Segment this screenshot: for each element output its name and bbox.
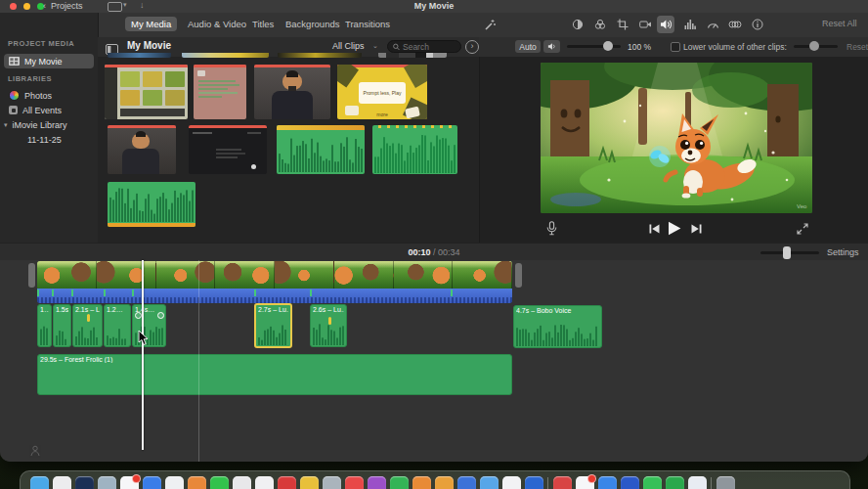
mute-speaker-button[interactable] xyxy=(543,40,560,53)
clip-trim-handle-right[interactable] xyxy=(515,263,522,288)
thumbnail-presenter-clip[interactable] xyxy=(254,65,330,119)
download-arrow-icon[interactable]: ↓ xyxy=(140,0,145,10)
tab-titles[interactable]: Titles xyxy=(246,17,280,31)
lower-volume-slider-knob[interactable] xyxy=(809,41,819,51)
thumbnail-screen-recording-grid[interactable] xyxy=(105,65,188,119)
video-audio-waveform-bar[interactable] xyxy=(37,289,512,303)
dock-app-icon-15[interactable] xyxy=(368,476,386,489)
previous-frame-button[interactable] xyxy=(649,224,660,234)
dock-app-icon-11[interactable] xyxy=(278,476,296,489)
dock-app-icon-7[interactable] xyxy=(188,476,206,489)
timeline-zoom-knob[interactable] xyxy=(783,246,791,259)
effects-icon[interactable] xyxy=(726,16,744,33)
dock-app-icon-0[interactable] xyxy=(30,476,49,489)
dock-app-icon-29[interactable] xyxy=(688,476,707,489)
audio-clip[interactable]: 2.1s – L… xyxy=(72,304,103,347)
thumbnail-document-clip[interactable] xyxy=(194,65,246,119)
thumbnail-audio-clip-yellow-top[interactable] xyxy=(277,125,365,174)
tab-audio-video[interactable]: Audio & Video xyxy=(182,17,252,31)
browser-forward-arrow-icon[interactable]: › xyxy=(465,40,479,54)
playhead[interactable] xyxy=(142,260,144,450)
sidebar-item-my-movie[interactable]: My Movie xyxy=(4,54,94,68)
thumbnail-partial[interactable] xyxy=(378,53,447,58)
video-clip-filmstrip[interactable] xyxy=(37,261,512,289)
audio-clip-bobo-voice[interactable]: 4.7s – Bobo Voice xyxy=(513,305,602,348)
dock-app-icon-18[interactable] xyxy=(435,476,454,489)
dock-app-icon-26[interactable] xyxy=(621,476,639,489)
audio-clip[interactable]: 1.5s… xyxy=(53,304,71,347)
thumbnail-partial[interactable] xyxy=(278,53,362,58)
dock-app-icon-5[interactable] xyxy=(143,476,161,489)
dock-app-icon-8[interactable] xyxy=(210,476,229,489)
color-correction-icon[interactable] xyxy=(591,16,609,33)
clip-filter-dropdown[interactable]: All Clips xyxy=(332,41,365,51)
dock-app-icon-16[interactable] xyxy=(390,476,409,489)
lower-volume-slider[interactable] xyxy=(794,45,838,48)
dock-app-icon-27[interactable] xyxy=(643,476,662,489)
thumbnail-yellow-graphic[interactable]: Prompt less, Play more xyxy=(337,65,427,119)
thumbnail-audio-clip-used[interactable] xyxy=(108,182,195,227)
enhance-wand-icon[interactable] xyxy=(481,16,499,33)
audio-clip-selected[interactable]: 2.7s – Lu… xyxy=(254,303,292,348)
dock-app-icon-3[interactable] xyxy=(98,476,116,489)
import-media-icon[interactable] xyxy=(108,2,122,12)
audio-clip[interactable]: 1.2… xyxy=(104,304,131,347)
dock-app-icon-14[interactable] xyxy=(345,476,364,489)
timeline-zoom-slider[interactable] xyxy=(760,251,819,254)
reset-all-button[interactable]: Reset All xyxy=(822,19,857,28)
fullscreen-expand-icon[interactable] xyxy=(797,223,808,235)
fade-handle[interactable] xyxy=(157,312,164,319)
close-window-button[interactable] xyxy=(10,3,17,10)
info-icon[interactable] xyxy=(749,16,766,33)
volume-slider-knob[interactable] xyxy=(603,41,613,51)
thumbnail-dark-screen-recording[interactable] xyxy=(189,125,267,174)
minimize-window-button[interactable] xyxy=(23,3,30,10)
reset-button[interactable]: Reset xyxy=(846,42,868,52)
play-button[interactable] xyxy=(668,221,681,236)
dock-app-icon-23[interactable] xyxy=(553,476,572,489)
auto-volume-button[interactable]: Auto xyxy=(515,40,541,53)
crop-icon[interactable] xyxy=(614,16,631,33)
dock-app-icon-6[interactable] xyxy=(165,476,184,489)
sidebar-item-photos[interactable]: Photos xyxy=(4,88,94,103)
dock-app-icon-10[interactable] xyxy=(255,476,274,489)
dock-app-icon-19[interactable] xyxy=(457,476,476,489)
sidebar-item-imovie-library[interactable]: ▾ iMovie Library xyxy=(4,117,94,132)
thumbnail-partial[interactable] xyxy=(108,53,171,58)
search-input[interactable] xyxy=(403,42,456,52)
chevron-down-icon[interactable]: ⌄ xyxy=(372,42,378,50)
dock-app-icon-24[interactable] xyxy=(576,476,594,489)
color-balance-icon[interactable] xyxy=(569,16,586,33)
record-voiceover-mic-icon[interactable] xyxy=(546,221,557,236)
audio-clip[interactable]: 2.6s – Lu… xyxy=(310,304,347,347)
projects-back-button[interactable]: Projects xyxy=(51,1,83,11)
volume-slider[interactable] xyxy=(567,45,621,48)
dock-app-icon-12[interactable] xyxy=(300,476,319,489)
tab-my-media[interactable]: My Media xyxy=(125,17,177,31)
search-field[interactable] xyxy=(387,40,461,53)
dock-app-icon-4[interactable] xyxy=(120,476,139,489)
dock-app-icon-1[interactable] xyxy=(53,476,71,489)
thumbnail-audio-clip-spikes[interactable] xyxy=(372,125,457,174)
speed-icon[interactable] xyxy=(704,16,721,33)
music-clip-forest-frolic[interactable]: 29.5s – Forest Frolic (1) xyxy=(37,354,512,395)
tab-backgrounds[interactable]: Backgrounds xyxy=(280,17,345,31)
volume-icon[interactable] xyxy=(657,16,674,33)
next-frame-button[interactable] xyxy=(691,224,702,234)
dock-app-icon-17[interactable] xyxy=(412,476,431,489)
dock-app-icon-9[interactable] xyxy=(233,476,251,489)
dock-app-icon-25[interactable] xyxy=(598,476,617,489)
sidebar-item-all-events[interactable]: All Events xyxy=(4,103,94,117)
dock-app-icon-30[interactable] xyxy=(716,476,735,489)
sidebar-item-event-11-11-25[interactable]: 11-11-25 xyxy=(4,132,94,147)
viewer-video-frame[interactable]: Veo xyxy=(541,63,812,213)
clip-trim-handle-left[interactable] xyxy=(28,263,35,288)
dock-app-icon-22[interactable] xyxy=(525,476,543,489)
lower-volume-checkbox[interactable] xyxy=(671,42,680,52)
disclosure-chevron-icon[interactable]: ▾ xyxy=(4,121,8,129)
dock-app-icon-2[interactable] xyxy=(75,476,94,489)
audio-clip[interactable]: 1… xyxy=(37,304,52,347)
noise-reduction-icon[interactable] xyxy=(681,16,699,33)
fade-handle[interactable] xyxy=(135,312,142,319)
dock-app-icon-13[interactable] xyxy=(323,476,341,489)
